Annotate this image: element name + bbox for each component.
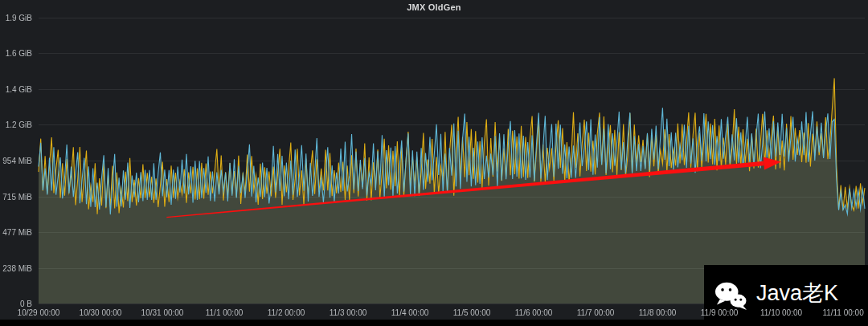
grafana-panel: JMX OldGen 0 B238 MiB477 MiB715 MiB954 M… [0,0,868,326]
watermark: Java老K [704,265,868,326]
wechat-icon [712,280,749,311]
panel-title: JMX OldGen [0,2,868,12]
watermark-text: Java老K [756,283,838,309]
